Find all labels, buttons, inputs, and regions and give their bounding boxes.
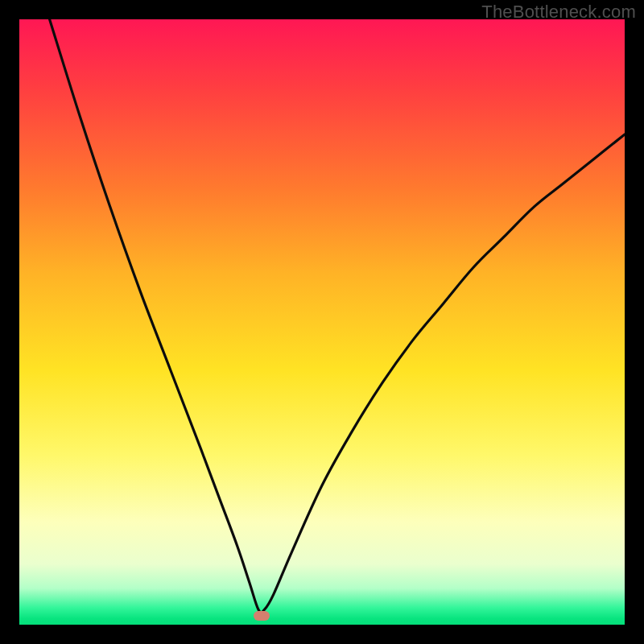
bottleneck-curve bbox=[19, 19, 625, 625]
ideal-point-marker bbox=[254, 611, 270, 621]
curve-path bbox=[50, 19, 625, 613]
